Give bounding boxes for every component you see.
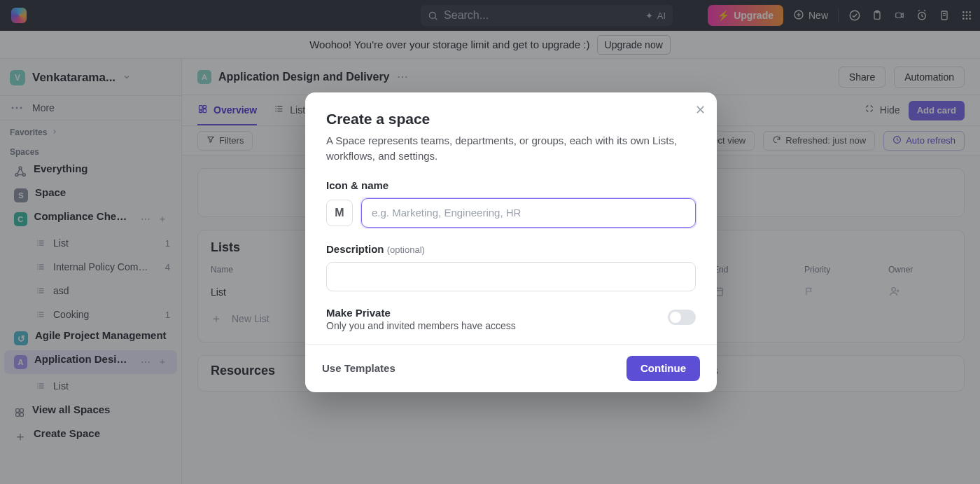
optional-label: (optional) [387,244,425,255]
private-title: Make Private [326,307,516,319]
space-name-input[interactable] [361,198,696,228]
space-description-input[interactable] [326,262,696,291]
close-icon[interactable]: ✕ [695,102,706,118]
modal-subtitle: A Space represents teams, departments, o… [326,133,696,164]
continue-button[interactable]: Continue [626,356,700,381]
use-templates-link[interactable]: Use Templates [322,362,396,374]
create-space-modal: ✕ Create a space A Space represents team… [305,92,717,392]
private-toggle[interactable] [668,310,696,325]
description-label-text: Description [326,243,384,255]
icon-name-label: Icon & name [326,179,696,191]
space-icon-picker[interactable]: M [326,200,353,226]
description-label: Description (optional) [326,243,696,255]
modal-title: Create a space [326,111,696,127]
private-subtitle: Only you and invited members have access [326,320,516,331]
